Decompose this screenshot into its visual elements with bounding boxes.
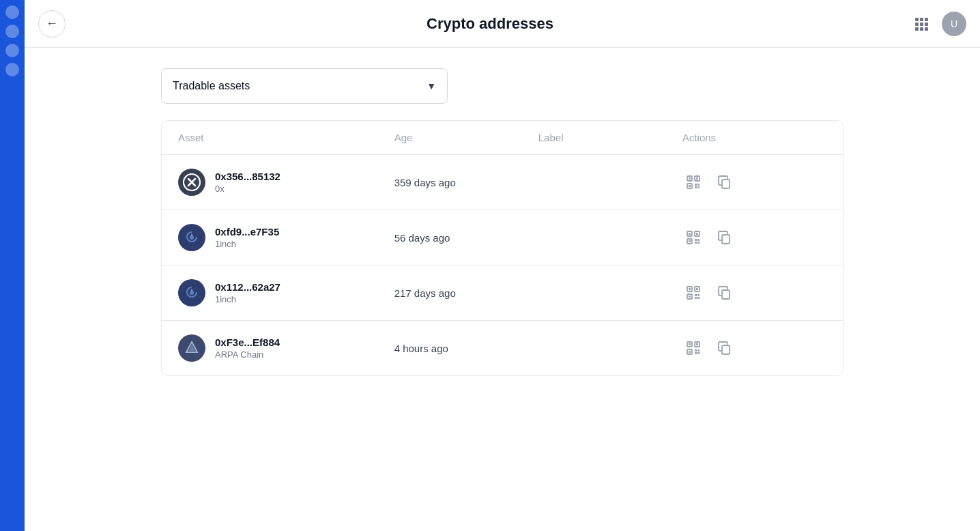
asset-icon-3 [178,279,205,306]
age-cell-2: 56 days ago [394,232,538,244]
svg-rect-6 [915,27,919,31]
asset-address-4: 0xF3e...Ef884 [215,336,280,348]
asset-icon-4 [178,334,205,362]
svg-rect-5 [925,23,928,26]
svg-rect-36 [722,235,730,244]
svg-rect-54 [689,343,691,345]
copy-button-3[interactable] [714,282,736,304]
asset-cell-3: 0x112...62a27 1inch [178,279,394,306]
svg-rect-33 [697,239,700,241]
svg-rect-4 [920,23,923,26]
1inch-icon [182,228,201,247]
column-header-age: Age [394,132,538,143]
qr-icon [685,174,702,190]
asset-name-2: 1inch [215,239,279,249]
actions-cell-2 [682,227,826,248]
circle-x-icon [182,173,201,192]
sidebar-item-1[interactable] [5,5,19,19]
sidebar-item-3[interactable] [5,44,19,57]
table-header: Asset Age Label Actions [162,121,843,155]
asset-info-3: 0x112...62a27 1inch [215,281,280,304]
svg-point-38 [190,291,194,295]
qr-code-button-4[interactable] [682,337,704,359]
svg-rect-34 [695,242,697,244]
asset-icon-1 [178,169,205,196]
main-content: ← Crypto addresses U [25,0,980,531]
filter-dropdown[interactable]: Tradable assets ▼ [161,68,448,104]
table-row: 0x112...62a27 1inch 217 days ago [162,266,843,321]
svg-rect-59 [695,349,697,351]
back-arrow-icon: ← [46,16,58,31]
qr-code-button-2[interactable] [682,227,704,248]
user-avatar[interactable]: U [942,12,966,36]
svg-rect-48 [697,297,700,299]
svg-rect-58 [689,351,691,353]
asset-cell-1: 0x356...85132 0x [178,169,394,196]
svg-rect-16 [696,177,698,180]
asset-info-2: 0xfd9...e7F35 1inch [215,226,279,249]
copy-button-1[interactable] [714,171,736,193]
qr-icon [685,229,702,246]
copy-button-2[interactable] [714,227,736,248]
column-header-label: Label [538,132,682,143]
asset-cell-4: 0xF3e...Ef884 ARPA Chain [178,334,394,362]
asset-name-1: 0x [215,184,280,194]
chevron-down-icon: ▼ [427,81,436,91]
svg-rect-22 [697,186,700,188]
asset-address-1: 0x356...85132 [215,171,280,182]
svg-rect-19 [695,184,697,186]
asset-address-3: 0x112...62a27 [215,281,280,293]
copy-icon [717,285,732,300]
svg-rect-42 [696,288,698,290]
copy-icon [717,230,732,245]
copy-icon [717,341,732,356]
age-cell-3: 217 days ago [394,287,538,299]
sidebar-item-2[interactable] [5,25,19,38]
svg-rect-0 [915,18,919,21]
back-button[interactable]: ← [38,10,66,38]
svg-rect-1 [920,18,923,21]
age-cell-4: 4 hours ago [394,343,538,354]
header-right: U [909,12,966,36]
svg-rect-45 [695,294,697,296]
svg-rect-49 [722,290,730,299]
table-row: 0xF3e...Ef884 ARPA Chain 4 hours ago [162,321,843,375]
svg-rect-35 [697,242,700,244]
column-header-asset: Asset [178,132,394,143]
table-row: 0x356...85132 0x 359 days ago [162,155,843,210]
grid-menu-button[interactable] [909,12,934,36]
qr-code-button-1[interactable] [682,171,704,193]
svg-point-25 [190,235,194,240]
sidebar [0,0,25,531]
svg-rect-27 [689,233,691,235]
svg-rect-14 [689,177,691,180]
filter-dropdown-label: Tradable assets [173,80,250,92]
asset-name-3: 1inch [215,294,280,304]
svg-rect-23 [722,180,730,188]
svg-rect-20 [697,184,700,186]
asset-name-4: ARPA Chain [215,349,280,360]
sidebar-item-4[interactable] [5,63,19,76]
qr-icon [685,285,702,301]
addresses-table: Asset Age Label Actions [161,120,844,376]
svg-rect-18 [689,185,691,187]
age-cell-1: 359 days ago [394,177,538,188]
arpa-icon [182,339,201,358]
svg-rect-29 [696,233,698,235]
svg-rect-31 [689,240,691,242]
svg-rect-7 [920,27,923,31]
asset-address-2: 0xfd9...e7F35 [215,226,279,238]
asset-info-4: 0xF3e...Ef884 ARPA Chain [215,336,280,360]
svg-rect-40 [689,288,691,290]
svg-rect-47 [695,297,697,299]
1inch-icon-2 [182,283,201,302]
svg-rect-2 [925,18,928,21]
page-title: Crypto addresses [427,15,553,33]
qr-code-button-3[interactable] [682,282,704,304]
filter-dropdown-wrapper: Tradable assets ▼ [161,68,844,104]
copy-button-4[interactable] [714,337,736,359]
qr-icon [685,340,702,356]
svg-rect-44 [689,296,691,298]
svg-rect-46 [697,294,700,296]
asset-cell-2: 0xfd9...e7F35 1inch [178,224,394,251]
